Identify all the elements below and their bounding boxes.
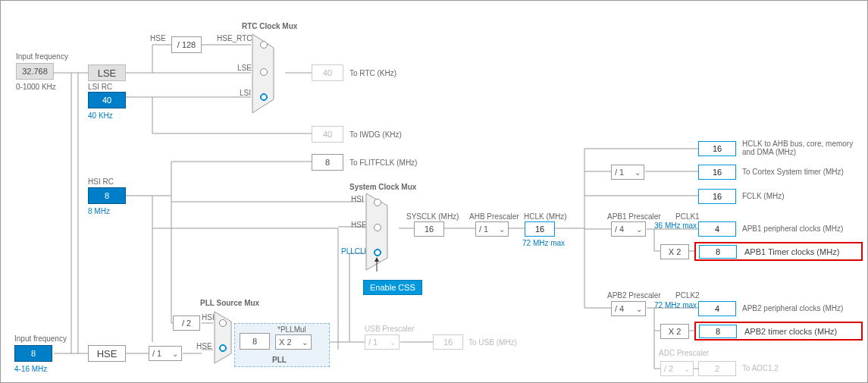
cortex-prescaler[interactable]: / 1 xyxy=(611,165,644,180)
hclk-value[interactable]: 16 xyxy=(525,221,555,237)
apb2-periph-output[interactable]: 4 xyxy=(698,301,736,316)
apb2-timer-mul: X 2 xyxy=(660,324,689,339)
flitfclk-label: To FLITFCLK (MHz) xyxy=(349,159,417,167)
lsi-label-small: LSI xyxy=(240,89,251,97)
usb-output-value: 16 xyxy=(433,334,463,350)
fclk-output[interactable]: 16 xyxy=(698,189,736,204)
hse-input-range: 4-16 MHz xyxy=(14,365,47,373)
pll-mul-label: *PLLMul xyxy=(277,325,306,334)
apb1-timer-label: APB1 Timer clocks (MHz) xyxy=(744,247,839,256)
hsi-unit: 8 MHz xyxy=(88,207,110,215)
pllmux-option-hsi[interactable] xyxy=(219,319,227,327)
fclk-output-label: FCLK (MHz) xyxy=(742,192,785,200)
sysmux-option-pllclk[interactable] xyxy=(374,249,381,256)
input-frequency-value[interactable]: 32.768 xyxy=(16,63,54,80)
enable-css-button[interactable]: Enable CSS xyxy=(363,280,422,295)
sysmux-option-hse[interactable] xyxy=(374,224,381,231)
adc-prescaler-select[interactable]: / 2 xyxy=(660,361,694,376)
hclk-ahb-output[interactable]: 16 xyxy=(698,141,736,156)
pll-mul-select[interactable]: X 2 xyxy=(275,334,312,350)
apb2-max-label: 72 MHz max xyxy=(654,301,697,309)
cortex-output[interactable]: 16 xyxy=(698,165,736,180)
apb1-prescaler-label: APB1 Prescaler xyxy=(607,212,661,221)
rtc-mux-option-lsi[interactable] xyxy=(260,93,268,101)
rtc-output-label: To RTC (KHz) xyxy=(349,69,396,77)
apb1-timer-mul: X 2 xyxy=(660,244,689,259)
apb2-periph-label: APB2 peripheral clocks (MHz) xyxy=(742,304,843,312)
hse-rtc-label: HSE_RTC xyxy=(217,34,252,42)
cortex-output-label: To Cortex System timer (MHz) xyxy=(742,168,844,176)
clock-diagram: Input frequency 32.768 0-1000 KHz Input … xyxy=(0,0,868,383)
rtc-mux-title: RTC Clock Mux xyxy=(242,22,297,30)
apb1-pclk-label: PCLK1 xyxy=(675,212,700,221)
hclk-label: HCLK (MHz) xyxy=(524,212,567,221)
hse-input-value[interactable]: 8 xyxy=(14,345,52,362)
lse-block: LSE xyxy=(88,64,126,81)
apb2-timer-row: 8 APB2 timer clocks (MHz) xyxy=(694,322,863,341)
apb1-max-label: 36 MHz max xyxy=(654,221,697,230)
iwdg-output-label: To IWDG (KHz) xyxy=(349,130,402,139)
hse-rtc-divider: / 128 xyxy=(171,36,202,53)
sysmux-hsi-label: HSI xyxy=(351,195,364,203)
hsi-rc-label: HSI RC xyxy=(88,177,114,186)
apb1-periph-output[interactable]: 4 xyxy=(698,221,736,237)
apb2-prescaler-label: APB2 Prescaler xyxy=(607,291,661,300)
pll-label: PLL xyxy=(272,356,287,364)
iwdg-output-value: 40 xyxy=(312,126,343,143)
hsi-value: 8 xyxy=(88,187,126,204)
pll-source-mux-title: PLL Source Mux xyxy=(200,299,259,307)
apb2-pclk-label: PCLK2 xyxy=(675,291,700,300)
apb1-periph-label: APB1 peripheral clocks (MHz) xyxy=(742,224,843,233)
flitfclk-value: 8 xyxy=(312,154,343,171)
hsi-pll-div2: / 2 xyxy=(173,316,200,331)
sysmux-option-hsi[interactable] xyxy=(374,199,381,206)
apb1-timer-row: 8 APB1 Timer clocks (MHz) xyxy=(694,242,863,261)
hse-label-small: HSE xyxy=(150,34,166,42)
hclk-max-label: 72 MHz max xyxy=(522,239,565,247)
pll-input-value: 8 xyxy=(240,333,270,350)
ahb-prescaler-select[interactable]: / 1 xyxy=(475,221,509,237)
hclk-ahb-output-label: HCLK to AHB bus, core, memory and DMA (M… xyxy=(742,140,856,156)
adc-output-value: 2 xyxy=(698,361,736,376)
apb1-prescaler-select[interactable]: / 4 xyxy=(611,221,646,237)
usb-prescaler-select[interactable]: / 1 xyxy=(365,334,400,350)
lse-label-small: LSE xyxy=(237,64,252,72)
apb1-timer-output[interactable]: 8 xyxy=(699,245,737,259)
ahb-prescaler-label: AHB Prescaler xyxy=(469,212,519,221)
usb-output-label: To USB (MHz) xyxy=(468,338,517,347)
adc-prescaler-label: ADC Prescaler xyxy=(659,349,709,357)
adc-output-label: To ADC1,2 xyxy=(742,364,779,372)
apb2-timer-label: APB2 timer clocks (MHz) xyxy=(744,327,837,336)
input-frequency-range: 0-1000 KHz xyxy=(16,83,56,91)
input-frequency-label: Input frequency xyxy=(16,52,68,61)
usb-prescaler-label: USB Prescaler xyxy=(365,325,415,333)
apb2-prescaler-select[interactable]: / 4 xyxy=(611,301,646,316)
rtc-mux-option-hse[interactable] xyxy=(260,41,268,49)
hse-input-frequency-label: Input frequency xyxy=(14,334,67,343)
rtc-mux-option-lse[interactable] xyxy=(260,68,268,76)
rtc-output-value: 40 xyxy=(312,64,343,81)
hse-pll-prescaler[interactable]: / 1 xyxy=(149,346,182,361)
hse-block: HSE xyxy=(88,345,126,362)
pllmux-hse-label: HSE xyxy=(196,342,212,350)
sysclk-value: 16 xyxy=(414,221,444,237)
lsi-value: 40 xyxy=(88,92,126,108)
lsi-rc-label: LSI RC xyxy=(88,83,112,91)
lsi-unit: 40 KHz xyxy=(88,111,113,120)
system-clock-mux-title: System Clock Mux xyxy=(349,183,416,191)
pllmux-option-hse[interactable] xyxy=(219,344,227,352)
sysclk-label: SYSCLK (MHz) xyxy=(406,212,459,221)
apb2-timer-output[interactable]: 8 xyxy=(699,325,737,338)
